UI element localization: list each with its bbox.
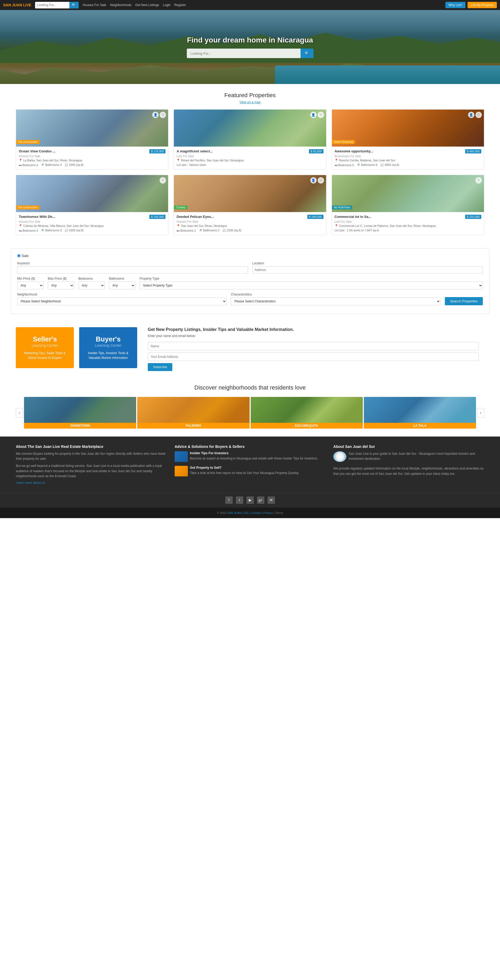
footer-terms-text: | Terms: [274, 511, 283, 514]
footer-contact-link[interactable]: Contact: [251, 511, 261, 514]
sale-label: Sale: [22, 254, 29, 258]
max-price-label: Max Price ($): [48, 277, 74, 280]
hero-section: Find your dream home in Nicaragua 🔍: [0, 10, 500, 84]
property-title-row: Ocean View Condos ... $ 175,000: [19, 149, 165, 153]
brand: SAN JUAN LIVE: [3, 3, 32, 7]
sellers-desc: Marketing Tips, Sales Tools & Direct Acc…: [22, 351, 68, 360]
nav-new-listings[interactable]: Get New Listings: [135, 3, 159, 7]
newsletter-email-input[interactable]: [148, 353, 479, 361]
twitter-icon[interactable]: t: [236, 496, 243, 504]
neighborhood-label-palermo: PALERMO: [137, 423, 249, 429]
googleplus-icon[interactable]: g+: [257, 496, 264, 504]
property-type: Houses For Sale: [19, 220, 165, 223]
nav-register[interactable]: Register: [174, 3, 186, 7]
property-type: Houses For Sale: [19, 154, 165, 158]
property-info: Townhomes With Dir... $ 195,000 Houses F…: [16, 212, 168, 235]
bedrooms-select[interactable]: Any: [78, 282, 105, 290]
favorite-button[interactable]: ♡: [317, 112, 324, 118]
neighborhood-card-latala[interactable]: LA TALA: [364, 397, 476, 429]
favorite-button[interactable]: ♡: [475, 177, 482, 183]
sellers-learning-center[interactable]: Seller's Learning Center Marketing Tips,…: [16, 327, 74, 368]
property-photo: [174, 110, 326, 146]
youtube-icon[interactable]: ▶: [246, 496, 254, 504]
buyers-title: Buyer's: [86, 335, 131, 343]
navbar-search-button[interactable]: 🔍: [70, 2, 79, 8]
hero-search-box: 🔍: [187, 49, 313, 58]
footer-privacy-link[interactable]: Privacy: [263, 511, 273, 514]
footer-about-text2: But we go well beyond a traditional list…: [16, 463, 167, 479]
neighborhood-card-downtown[interactable]: DOWNTOWN: [24, 397, 136, 429]
footer-main: About The San Juan Live Real Estate Mark…: [0, 436, 500, 493]
location-pin-icon: 📍: [176, 224, 180, 228]
neighborhood-select[interactable]: Please Select Neighborhood: [17, 298, 227, 305]
neighborhoods-prev-button[interactable]: ‹: [16, 408, 23, 417]
characteristics-label: Characteristics: [231, 293, 440, 296]
sanjuandelsur-text2: We provide regularly updated information…: [333, 466, 484, 476]
property-location: 📍 La Bahia, San Juan del Sur, Rivas, Nic…: [19, 159, 165, 162]
facebook-icon[interactable]: f: [225, 496, 233, 504]
sqft-meta: ⬜ 1000 (sq.ft): [64, 163, 84, 167]
sellers-subtitle: Learning Center: [22, 343, 68, 348]
keyword-input[interactable]: [17, 266, 248, 274]
location-input[interactable]: [252, 266, 483, 274]
user-icon-button[interactable]: 👤: [468, 112, 475, 118]
min-price-select[interactable]: Any: [17, 282, 43, 290]
property-photo: [332, 175, 484, 212]
property-badge: Pre-construction: [16, 205, 40, 209]
navbar-search-input[interactable]: [35, 2, 70, 8]
user-icon-button[interactable]: 👤: [310, 177, 317, 183]
property-type-select[interactable]: Select Property Type: [140, 282, 483, 290]
max-price-select[interactable]: Any: [48, 282, 74, 290]
property-location: 📍 San Juan del Sur, Rivas, Nicaragua: [176, 224, 323, 228]
why-list-button[interactable]: Why List?: [445, 2, 466, 8]
user-icon-button[interactable]: 👤: [152, 112, 159, 118]
list-property-button[interactable]: List My Property: [468, 2, 497, 8]
bathrooms-select[interactable]: Any: [109, 282, 135, 290]
favorite-button[interactable]: ♡: [160, 177, 166, 183]
neighborhood-card-escamequita[interactable]: ESCAMEQUITA: [251, 397, 363, 429]
neighborhoods-next-button[interactable]: ›: [477, 408, 484, 417]
bedrooms-meta: 🛏 Bedrooms 1: [176, 229, 196, 232]
location-field: Location: [252, 261, 483, 274]
hero-search-button[interactable]: 🔍: [300, 49, 313, 58]
property-info: Deeded Pelican Eyes... $ 189,000 Houses …: [174, 212, 326, 235]
buyers-learning-center[interactable]: Buyer's Learning Center Insider Tips, In…: [79, 327, 137, 368]
favorite-button[interactable]: ♡: [160, 112, 166, 118]
sale-radio[interactable]: [17, 254, 21, 258]
search-form-section: Sale Keyword Location Min Price ($) Any …: [11, 248, 489, 314]
property-image: 👤 ♡ Turnkey: [174, 175, 326, 212]
nav-property[interactable]: Houses For Sale: [83, 3, 106, 7]
property-price: $ 485,000: [465, 149, 481, 153]
footer-brand-link[interactable]: SAN JUAN LIVE: [227, 511, 249, 514]
neighborhood-label: Neighborhood: [17, 293, 227, 296]
nav-login[interactable]: Login: [163, 3, 170, 7]
footer-about-title: About The San Juan Live Real Estate Mark…: [16, 444, 167, 449]
property-type: Houses For Sale: [176, 220, 323, 223]
favorite-button[interactable]: ♡: [475, 112, 482, 118]
user-icon-button[interactable]: 👤: [310, 112, 317, 118]
property-actions: 👤 ♡: [310, 112, 324, 118]
newsletter-name-input[interactable]: [148, 342, 479, 350]
property-title-row: A magnificent select... $ 55,000: [176, 149, 323, 153]
sale-radio-label[interactable]: Sale: [17, 254, 29, 258]
location-pin-icon: 📍: [19, 159, 22, 162]
characteristics-select[interactable]: Please Select Characteristics: [231, 298, 440, 305]
nav-neighborhoods[interactable]: Neighborhoods: [110, 3, 132, 7]
subscribe-button[interactable]: Subscribe: [148, 363, 172, 371]
property-card: 👤 ♡ Pre-construction Ocean View Condos .…: [16, 109, 168, 170]
bathrooms-meta: 🚿 Bathrooms 3: [41, 229, 62, 232]
location-text: Commercial Lot C, Lomas de Palermo, San …: [339, 224, 436, 228]
neighborhood-label-latala: LA TALA: [364, 423, 476, 429]
neighborhoods-title: Discover neighborhoods that residents lo…: [16, 384, 484, 391]
bedrooms-meta: 🛏 Bedrooms 5: [335, 163, 354, 167]
neighborhood-card-palermo[interactable]: PALERMO: [137, 397, 249, 429]
hero-search-input[interactable]: [187, 49, 300, 58]
view-on-map-link[interactable]: View on a map: [16, 100, 484, 104]
footer-about: About The San Juan Live Real Estate Mark…: [16, 444, 167, 485]
email-icon[interactable]: ✉: [268, 496, 275, 504]
search-properties-button[interactable]: Search Properties: [445, 297, 483, 305]
footer-about-link[interactable]: Learn more about us: [16, 481, 45, 485]
search-row-3: Neighborhood Please Select Neighborhood …: [17, 293, 483, 305]
favorite-button[interactable]: ♡: [317, 177, 324, 183]
buyers-advice-image: [175, 451, 188, 462]
